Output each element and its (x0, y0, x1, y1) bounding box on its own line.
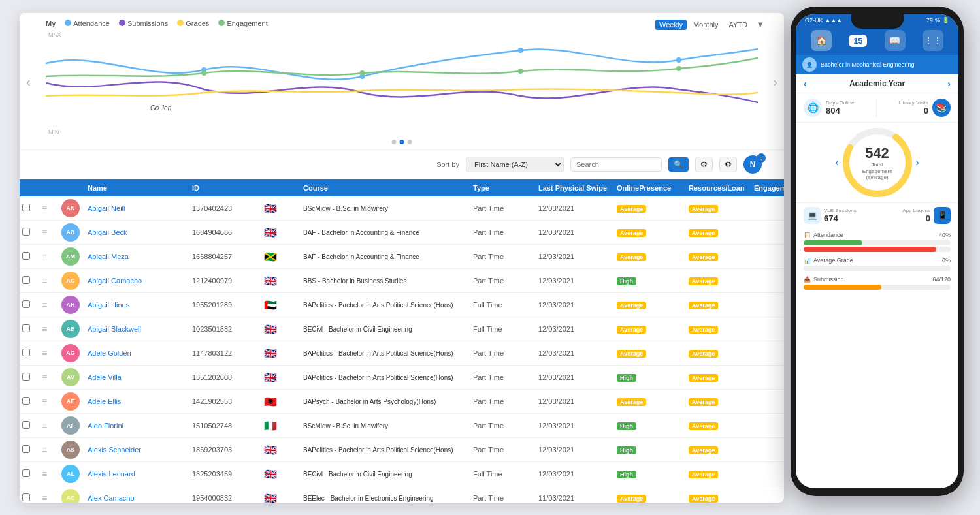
attendance-bar-bg (804, 240, 951, 245)
col-engagement[interactable]: Engagement (751, 184, 784, 192)
submission-label: Submission (813, 276, 844, 283)
col-checkbox (20, 184, 39, 192)
row-avatar: AB (59, 223, 85, 242)
attendance-label-left: 📋 Attendance (804, 232, 843, 238)
gauge-right-arrow[interactable]: › (913, 157, 922, 168)
row-checkbox[interactable] (20, 276, 39, 285)
book-icon[interactable]: 📖 (885, 30, 906, 51)
library-visits-stat: Library Visits 0 📚 (898, 99, 951, 117)
ay-prev-arrow[interactable]: ‹ (804, 78, 807, 89)
table-row[interactable]: ≡ AB Abigail Blackwell 1023501882 🇬🇧 BEC… (20, 317, 784, 341)
row-checkbox[interactable] (20, 228, 39, 237)
col-course[interactable]: Course (301, 184, 470, 192)
table-row[interactable]: ≡ AB Abigail Beck 1684904666 🇬🇧 BAF - Ba… (20, 221, 784, 245)
carrier: O2-UK (805, 17, 823, 23)
row-type: Full Time (470, 470, 536, 478)
aytd-btn[interactable]: AYTD (725, 20, 751, 30)
table-row[interactable]: ≡ AG Adele Golden 1147803122 🇬🇧 BAPoliti… (20, 341, 784, 366)
row-online: Average (614, 301, 686, 309)
chart-filter-icon[interactable]: ▼ (756, 20, 764, 29)
col-type[interactable]: Type (470, 184, 536, 192)
weekly-btn[interactable]: Weekly (655, 20, 687, 30)
table-row[interactable]: ≡ AS Alexis Schneider 1869203703 🇬🇧 BAPo… (20, 438, 784, 462)
attendance-bar-red-fill (804, 247, 936, 252)
row-name: Abigail Camacho (85, 277, 189, 285)
globe-icon: 🌐 (804, 99, 822, 117)
row-resources: Average (686, 253, 751, 260)
chart-dot-2[interactable] (400, 140, 404, 144)
chart-dot-3[interactable] (408, 140, 412, 144)
table-row[interactable]: ≡ AC Alex Camacho 1954000832 🇬🇧 BEElec -… (20, 486, 784, 503)
row-course: BECivl - Bachelor in Civil Engineering (301, 471, 470, 478)
row-avatar: AC (59, 272, 85, 290)
chart-nav-left[interactable]: ‹ (26, 74, 31, 89)
home-icon[interactable]: 🏠 (811, 30, 832, 51)
col-last-swipe[interactable]: Last Physical Swipe (536, 184, 614, 192)
row-flag: 🇬🇧 (261, 202, 301, 215)
row-type: Part Time (470, 228, 536, 236)
row-checkbox[interactable] (20, 397, 39, 406)
row-checkbox[interactable] (20, 421, 39, 430)
col-avatar (59, 184, 85, 192)
row-flag: 🇦🇪 (261, 299, 301, 311)
submission-value: 64/120 (932, 276, 951, 283)
gauge-left-arrow[interactable]: ‹ (832, 157, 841, 168)
row-checkbox[interactable] (20, 204, 39, 213)
phone-nav: 🏠 15 📖 ⋮⋮ (796, 26, 958, 55)
filter-button[interactable]: ⚙ (695, 157, 713, 172)
row-id: 1869203703 (189, 446, 261, 454)
row-swipe: 11/03/2021 (536, 494, 614, 502)
table-row[interactable]: ≡ AH Abigail Hines 1955201289 🇦🇪 BAPolit… (20, 293, 784, 317)
search-button[interactable]: 🔍 (668, 157, 689, 172)
engagement-legend: Engagement (218, 20, 267, 27)
chart-dot-1[interactable] (392, 140, 397, 144)
battery-pct: 79 (926, 17, 933, 23)
col-online[interactable]: OnlinePresence (614, 184, 686, 192)
search-input[interactable] (570, 157, 662, 172)
table-row[interactable]: ≡ AC Abigail Camacho 1212400979 🇬🇧 BBS -… (20, 269, 784, 293)
col-name[interactable]: Name (85, 184, 189, 192)
row-type: Part Time (470, 373, 536, 381)
table-row[interactable]: ≡ AM Abigail Meza 1668804257 🇯🇲 BAF - Ba… (20, 245, 784, 269)
days-library-row: 🌐 Days Online 804 Library Visits 0 📚 (796, 93, 958, 123)
table-row[interactable]: ≡ AL Alexis Leonard 1825203459 🇬🇧 BECivl… (20, 462, 784, 486)
row-checkbox[interactable] (20, 300, 39, 309)
chart-svg (46, 31, 758, 129)
monthly-btn[interactable]: Monthly (689, 20, 723, 30)
submission-bar-bg (804, 285, 951, 290)
col-id[interactable]: ID (189, 184, 261, 192)
row-checkbox[interactable] (20, 324, 39, 334)
col-resources[interactable]: Resources/Loan (686, 184, 751, 192)
more-icon[interactable]: ⋮⋮ (923, 30, 943, 51)
table-row[interactable]: ≡ AE Adele Ellis 1421902553 🇦🇱 BAPsych -… (20, 390, 784, 414)
book-icon-stat: 📚 (932, 99, 951, 117)
table-row[interactable]: ≡ AN Abigail Neill 1370402423 🇬🇧 BScMidw… (20, 196, 784, 221)
academic-year-nav: ‹ Academic Year › (796, 74, 958, 93)
submissions-legend: Submissions (119, 20, 168, 27)
row-avatar: AV (59, 368, 85, 386)
avg-grade-label: Average Grade (813, 257, 853, 264)
attendance-legend: Attendance (65, 20, 110, 27)
row-flag: 🇬🇧 (261, 468, 301, 480)
table-row[interactable]: ≡ AV Adele Villa 1351202608 🇬🇧 BAPolitic… (20, 366, 784, 390)
sort-select[interactable]: First Name (A-Z) (466, 157, 564, 172)
row-checkbox[interactable] (20, 373, 39, 382)
settings-button[interactable]: ⚙ (719, 157, 737, 172)
row-checkbox[interactable] (20, 493, 39, 503)
row-online: Average (614, 325, 686, 333)
notification-badge: 0 (757, 153, 766, 163)
row-checkbox[interactable] (20, 445, 39, 454)
total-engagement-number: 542 (859, 145, 895, 162)
table-row[interactable]: ≡ AF Aldo Fiorini 1510502748 🇮🇹 BScMidw … (20, 414, 784, 438)
attendance-header: 📋 Attendance 40% (804, 232, 951, 238)
row-online: Average (614, 253, 686, 260)
row-resources: Average (686, 373, 751, 381)
row-checkbox[interactable] (20, 252, 39, 261)
row-checkbox[interactable] (20, 349, 39, 358)
row-name: Adele Golden (85, 349, 189, 357)
stat-divider (876, 99, 877, 117)
row-checkbox[interactable] (20, 469, 39, 478)
row-id: 1668804257 (189, 253, 261, 260)
chart-nav-right[interactable]: › (773, 74, 777, 89)
ay-next-arrow[interactable]: › (947, 78, 951, 89)
